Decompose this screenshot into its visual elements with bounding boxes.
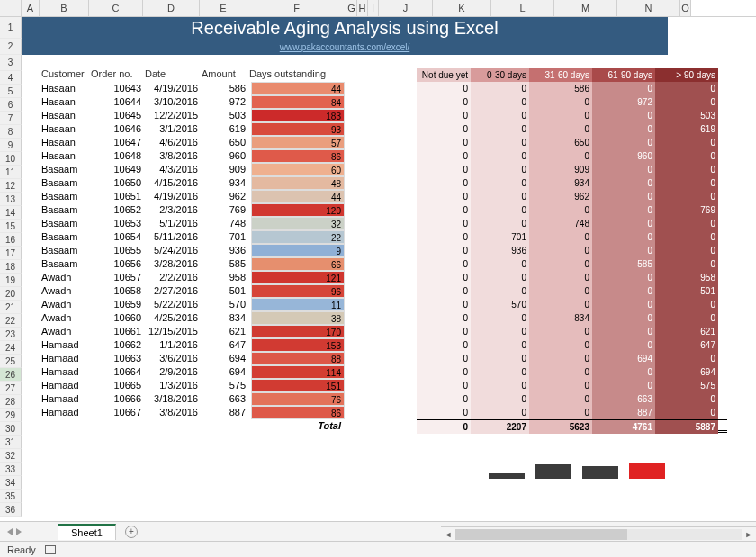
cell-customer[interactable]: Hasaan — [40, 95, 89, 109]
data-row[interactable]: Basaam106535/1/201674832 — [40, 217, 406, 230]
cell-days[interactable]: 86 — [248, 149, 346, 163]
bucket-cell[interactable]: 0 — [655, 244, 718, 257]
cell-amount[interactable]: 647 — [200, 338, 248, 352]
cell-order[interactable]: 10667 — [89, 406, 143, 419]
cell-order[interactable]: 10662 — [89, 338, 143, 352]
data-row[interactable]: Basaam106545/11/201670122 — [40, 230, 406, 244]
bucket-cell[interactable]: 0 — [655, 257, 718, 271]
bucket-cell[interactable]: 0 — [592, 230, 655, 244]
bucket-cell[interactable]: 621 — [655, 325, 718, 338]
cell-date[interactable]: 4/6/2016 — [143, 136, 200, 149]
bucket-cell[interactable]: 0 — [417, 392, 471, 406]
cell-order[interactable]: 10653 — [89, 217, 143, 230]
tab-next-icon[interactable] — [16, 528, 22, 535]
cell-days[interactable]: 170 — [248, 325, 346, 338]
cell-customer[interactable]: Basaam — [40, 257, 89, 271]
bucket-cell[interactable]: 663 — [592, 392, 655, 406]
bucket-cell[interactable]: 0 — [417, 284, 471, 298]
bucket-cell[interactable]: 0 — [471, 257, 529, 271]
cell-order[interactable]: 10655 — [89, 244, 143, 257]
bucket-cell[interactable]: 0 — [592, 244, 655, 257]
data-row[interactable]: Awadh106604/25/201683438 — [40, 311, 406, 325]
cell-order[interactable]: 10645 — [89, 109, 143, 122]
col-header-I[interactable]: I — [368, 0, 379, 16]
bucket-cell[interactable]: 0 — [417, 122, 471, 136]
cell-date[interactable]: 4/19/2016 — [143, 190, 200, 203]
cell-customer[interactable]: Basaam — [40, 163, 89, 176]
bucket-cell[interactable]: 586 — [529, 82, 592, 95]
cell-date[interactable]: 5/11/2016 — [143, 230, 200, 244]
cell-date[interactable]: 5/1/2016 — [143, 217, 200, 230]
bucket-cell[interactable]: 647 — [655, 338, 718, 352]
cell-customer[interactable]: Awadh — [40, 271, 89, 284]
cell-date[interactable]: 3/8/2016 — [143, 406, 200, 419]
col-header-B[interactable]: B — [40, 0, 89, 16]
row-header-33[interactable]: 33 — [0, 463, 22, 476]
cell-order[interactable]: 10657 — [89, 271, 143, 284]
cell-amount[interactable]: 586 — [200, 82, 248, 95]
cell-date[interactable]: 1/1/2016 — [143, 338, 200, 352]
cell-days[interactable]: 153 — [248, 338, 346, 352]
cell-amount[interactable]: 694 — [200, 365, 248, 379]
bucket-cell[interactable]: 0 — [655, 95, 718, 109]
row-header-2[interactable]: 2 — [0, 39, 22, 55]
cell-order[interactable]: 10644 — [89, 95, 143, 109]
row-header-27[interactable]: 27 — [0, 382, 22, 395]
bucket-cell[interactable]: 0 — [655, 311, 718, 325]
bucket-cell[interactable]: 0 — [417, 406, 471, 419]
bucket-cell[interactable]: 0 — [592, 271, 655, 284]
row-header-7[interactable]: 7 — [0, 112, 22, 125]
cell-order[interactable]: 10651 — [89, 190, 143, 203]
cell-days[interactable]: 60 — [248, 163, 346, 176]
cell-days[interactable]: 120 — [248, 203, 346, 217]
cell-customer[interactable]: Hasaan — [40, 82, 89, 95]
bucket-row[interactable]: 0083400 — [417, 311, 727, 325]
cell-customer[interactable]: Hamaad — [40, 338, 89, 352]
bucket-cell[interactable]: 0 — [655, 82, 718, 95]
bucket-cell[interactable]: 0 — [655, 406, 718, 419]
data-row[interactable]: Hamaad106651/3/2016575151 — [40, 379, 406, 392]
bucket-cell[interactable]: 0 — [417, 149, 471, 163]
col-header-M[interactable]: M — [554, 0, 617, 16]
row-header-35[interactable]: 35 — [0, 490, 22, 503]
bucket-cell[interactable]: 0 — [529, 406, 592, 419]
cell-amount[interactable]: 575 — [200, 379, 248, 392]
row-header-25[interactable]: 25 — [0, 355, 22, 368]
bucket-cell[interactable]: 0 — [471, 136, 529, 149]
cell-order[interactable]: 10652 — [89, 203, 143, 217]
cell-amount[interactable]: 701 — [200, 230, 248, 244]
cell-amount[interactable]: 960 — [200, 149, 248, 163]
row-header-3[interactable]: 3 — [0, 55, 22, 71]
bucket-cell[interactable]: 0 — [592, 338, 655, 352]
scroll-right-icon[interactable]: ► — [742, 527, 756, 542]
bucket-cell[interactable]: 0 — [471, 109, 529, 122]
bucket-cell[interactable]: 972 — [592, 95, 655, 109]
cell-order[interactable]: 10660 — [89, 311, 143, 325]
data-row[interactable]: Hamaad106663/18/201666376 — [40, 392, 406, 406]
bucket-cell[interactable]: 909 — [529, 163, 592, 176]
source-link[interactable]: www.pakaccountants.com/excel/ — [280, 42, 410, 52]
bucket-cell[interactable]: 0 — [471, 176, 529, 190]
row-header-13[interactable]: 13 — [0, 193, 22, 206]
bucket-cell[interactable]: 0 — [417, 298, 471, 311]
bucket-cell[interactable]: 0 — [592, 325, 655, 338]
cell-amount[interactable]: 909 — [200, 163, 248, 176]
cell-customer[interactable]: Hasaan — [40, 109, 89, 122]
bucket-cell[interactable]: 0 — [529, 149, 592, 163]
bucket-cell[interactable]: 0 — [592, 109, 655, 122]
bucket-cell[interactable]: 0 — [655, 149, 718, 163]
add-sheet-button[interactable]: + — [125, 526, 138, 538]
row-header-17[interactable]: 17 — [0, 247, 22, 260]
bucket-cell[interactable]: 0 — [529, 392, 592, 406]
bucket-cell[interactable]: 0 — [471, 217, 529, 230]
cell-date[interactable]: 2/2/2016 — [143, 271, 200, 284]
bucket-cell[interactable]: 0 — [417, 271, 471, 284]
cell-amount[interactable]: 887 — [200, 406, 248, 419]
col-header-L[interactable]: L — [491, 0, 554, 16]
bucket-row[interactable]: 0000647 — [417, 338, 727, 352]
cell-order[interactable]: 10650 — [89, 176, 143, 190]
bucket-cell[interactable]: 0 — [471, 338, 529, 352]
bucket-cell[interactable]: 0 — [592, 203, 655, 217]
bucket-row[interactable]: 0093400 — [417, 176, 727, 190]
data-row[interactable]: Basaam106555/24/20169369 — [40, 244, 406, 257]
